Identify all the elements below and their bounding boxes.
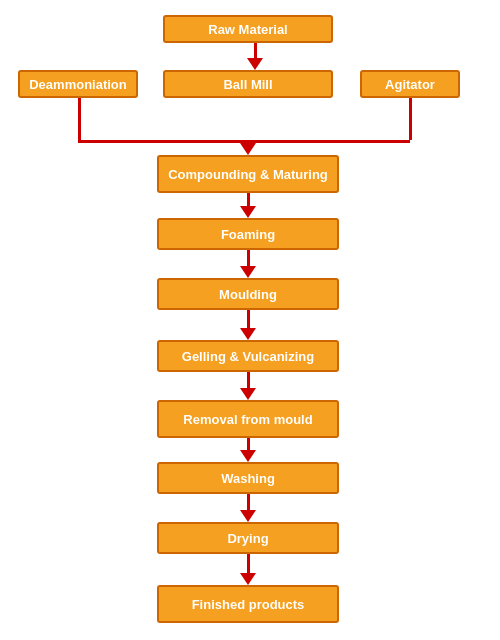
- finished-box: Finished products: [157, 585, 339, 623]
- agitator-label: Agitator: [385, 77, 435, 92]
- line-agit-down: [409, 98, 412, 140]
- compounding-box: Compounding & Maturing: [157, 155, 339, 193]
- removal-box: Removal from mould: [157, 400, 339, 438]
- ball-mill-label: Ball Mill: [223, 77, 272, 92]
- ball-mill-box: Ball Mill: [163, 70, 333, 98]
- compounding-label: Compounding & Maturing: [168, 167, 328, 182]
- arrow-gelling-removal: [240, 372, 256, 400]
- raw-material-label: Raw Material: [208, 22, 287, 37]
- arrow-to-compounding: [240, 140, 256, 155]
- arrow-washing-drying: [240, 494, 256, 522]
- arrow-drying-finished: [240, 554, 256, 585]
- drying-label: Drying: [227, 531, 268, 546]
- line-bottom-h2: [248, 140, 410, 143]
- finished-label: Finished products: [192, 597, 305, 612]
- line-deam-down: [78, 98, 81, 140]
- washing-label: Washing: [221, 471, 275, 486]
- deammoniation-box: Deammoniation: [18, 70, 138, 98]
- arrow-moulding-gelling: [240, 310, 256, 340]
- raw-material-box: Raw Material: [163, 15, 333, 43]
- arrow-foaming-moulding: [240, 250, 256, 278]
- foaming-box: Foaming: [157, 218, 339, 250]
- drying-box: Drying: [157, 522, 339, 554]
- agitator-box: Agitator: [360, 70, 460, 98]
- arrow-removal-washing: [240, 438, 256, 462]
- line-bottom-h: [78, 140, 248, 143]
- foaming-label: Foaming: [221, 227, 275, 242]
- arrow-compounding-foaming: [240, 193, 256, 218]
- gelling-label: Gelling & Vulcanizing: [182, 349, 314, 364]
- deammoniation-label: Deammoniation: [29, 77, 127, 92]
- moulding-label: Moulding: [219, 287, 277, 302]
- washing-box: Washing: [157, 462, 339, 494]
- flowchart-diagram: Raw Material Deammoniation Ball Mill Agi…: [0, 0, 500, 640]
- removal-label: Removal from mould: [183, 412, 312, 427]
- arrow-raw-to-ballmill: [247, 43, 263, 70]
- moulding-box: Moulding: [157, 278, 339, 310]
- gelling-box: Gelling & Vulcanizing: [157, 340, 339, 372]
